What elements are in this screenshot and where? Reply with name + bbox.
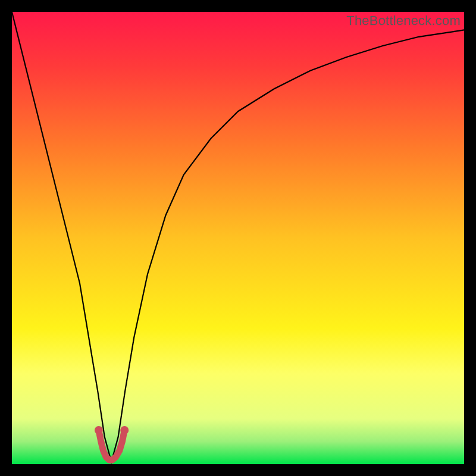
optimal-marker-dot [95, 426, 103, 434]
gradient-background [12, 12, 464, 464]
watermark-text: TheBottleneck.com [346, 13, 461, 29]
bottleneck-chart [12, 12, 464, 464]
chart-frame: TheBottleneck.com [12, 12, 464, 464]
optimal-marker-dot [120, 426, 129, 434]
